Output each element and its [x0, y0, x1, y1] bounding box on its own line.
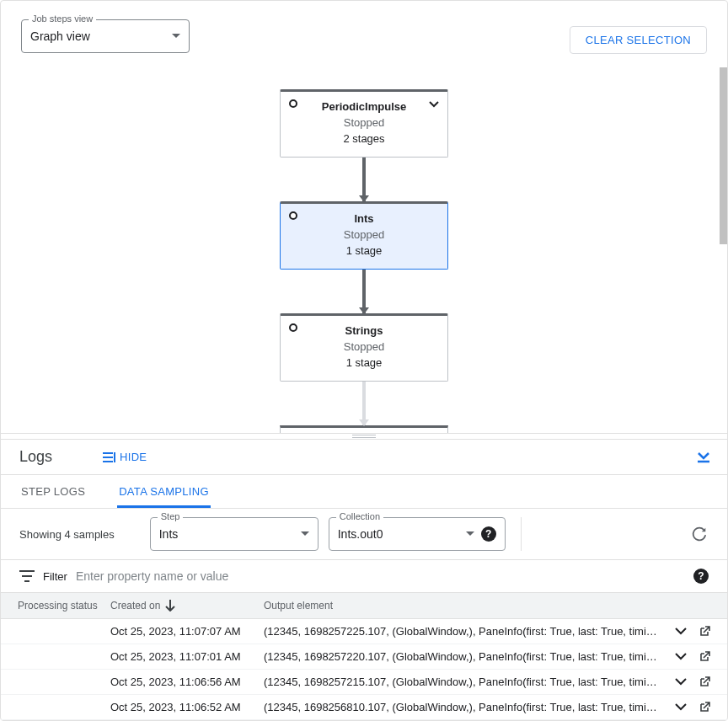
step-select-label: Step	[158, 511, 184, 521]
graph-edge	[362, 270, 366, 313]
chevron-down-icon	[172, 34, 180, 39]
collapse-panel-icon[interactable]	[697, 451, 710, 463]
open-external-icon[interactable]	[699, 702, 710, 713]
scrollbar-vertical[interactable]	[720, 62, 727, 416]
step-select[interactable]: Step Ints	[150, 517, 318, 551]
node-title: Ints	[291, 212, 437, 225]
graph-edge	[362, 158, 366, 201]
panel-resize-handle[interactable]	[1, 433, 727, 439]
expand-row-icon[interactable]	[675, 678, 687, 686]
cell-output-element: (12345, 1698257215.107, (GlobalWindow,),…	[264, 676, 660, 688]
cell-created-on: Oct 25, 2023, 11:06:56 AM	[110, 676, 264, 688]
table-row: Oct 25, 2023, 11:07:07 AM (12345, 169825…	[1, 619, 727, 644]
tab-data-sampling[interactable]: DATA SAMPLING	[117, 475, 211, 508]
cell-created-on: Oct 25, 2023, 11:07:01 AM	[110, 650, 264, 663]
expand-row-icon[interactable]	[675, 628, 687, 635]
node-stages: 1 stage	[291, 356, 437, 369]
expand-row-icon[interactable]	[675, 703, 687, 711]
open-external-icon[interactable]	[699, 676, 710, 688]
node-title: PeriodicImpulse	[291, 100, 437, 113]
hide-label: HIDE	[120, 451, 147, 463]
node-stages: 2 stages	[291, 132, 437, 145]
column-processing-status[interactable]: Processing status	[18, 600, 110, 612]
filter-label: Filter	[43, 570, 67, 583]
list-icon	[103, 452, 116, 462]
status-stopped-icon	[289, 99, 297, 108]
sort-desc-icon	[165, 600, 175, 612]
graph-edge	[362, 382, 366, 425]
node-stages: 1 stage	[291, 244, 437, 257]
help-icon[interactable]: ?	[693, 569, 709, 584]
cell-created-on: Oct 25, 2023, 11:06:52 AM	[110, 701, 264, 713]
tab-step-logs[interactable]: STEP LOGS	[19, 475, 87, 508]
cell-output-element: (12345, 1698257225.107, (GlobalWindow,),…	[264, 625, 660, 638]
job-steps-view-select[interactable]: Job steps view Graph view	[21, 19, 190, 53]
open-external-icon[interactable]	[699, 651, 710, 663]
column-created-on[interactable]: Created on	[110, 600, 264, 612]
collection-select-value: Ints.out0	[338, 527, 461, 541]
cell-created-on: Oct 25, 2023, 11:07:07 AM	[110, 625, 264, 638]
expand-row-icon[interactable]	[675, 653, 687, 660]
job-steps-view-label: Job steps view	[29, 13, 96, 24]
help-icon[interactable]: ?	[481, 526, 496, 542]
chevron-down-icon	[301, 531, 309, 537]
logs-title: Logs	[19, 448, 52, 466]
table-row: Oct 25, 2023, 11:07:01 AM (12345, 169825…	[1, 644, 727, 670]
graph-node-ints[interactable]: Ints Stopped 1 stage	[280, 201, 448, 270]
open-external-icon[interactable]	[699, 626, 710, 638]
column-created-on-label: Created on	[110, 600, 160, 612]
clear-selection-button[interactable]: CLEAR SELECTION	[570, 26, 707, 54]
table-row: Oct 25, 2023, 11:06:52 AM (12345, 169825…	[1, 695, 727, 720]
collection-select[interactable]: Collection Ints.out0 ?	[329, 517, 506, 551]
filter-icon	[19, 570, 35, 582]
status-stopped-icon	[289, 211, 297, 220]
status-stopped-icon	[289, 323, 297, 332]
node-status: Stopped	[291, 116, 437, 129]
graph-node-partial[interactable]	[280, 425, 448, 433]
refresh-button[interactable]	[690, 525, 709, 543]
node-status: Stopped	[291, 340, 437, 353]
collection-select-label: Collection	[336, 511, 383, 521]
node-status: Stopped	[291, 228, 437, 241]
graph-canvas[interactable]: PeriodicImpulse Stopped 2 stages Ints St…	[1, 62, 727, 433]
sample-count-label: Showing 4 samples	[19, 528, 115, 541]
filter-input[interactable]	[76, 569, 685, 583]
hide-logs-button[interactable]: HIDE	[103, 451, 147, 463]
expand-node-icon[interactable]	[429, 101, 439, 108]
node-title: Strings	[291, 324, 437, 337]
scrollbar-thumb[interactable]	[720, 67, 727, 244]
job-steps-view-value: Graph view	[30, 29, 172, 43]
cell-output-element: (12345, 1698257220.107, (GlobalWindow,),…	[264, 650, 660, 663]
graph-node-strings[interactable]: Strings Stopped 1 stage	[280, 313, 448, 382]
table-row: Oct 25, 2023, 11:06:56 AM (12345, 169825…	[1, 670, 727, 695]
step-select-value: Ints	[159, 527, 296, 541]
column-output-element[interactable]: Output element	[264, 600, 660, 612]
divider	[521, 517, 522, 551]
cell-output-element: (12345, 1698256810.107, (GlobalWindow,),…	[264, 701, 660, 713]
graph-node-periodicimpulse[interactable]: PeriodicImpulse Stopped 2 stages	[280, 89, 448, 158]
chevron-down-icon	[466, 531, 474, 537]
